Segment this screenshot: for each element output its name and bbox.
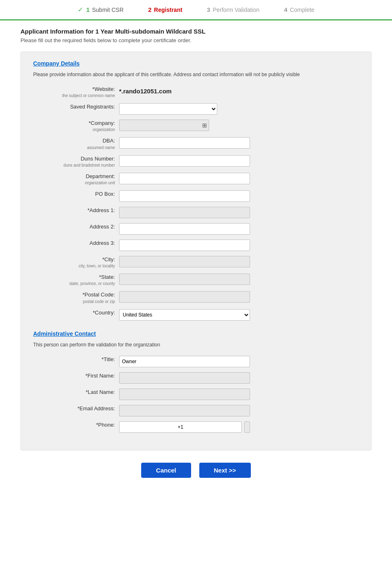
address2-label-group: Address 2: (33, 223, 119, 231)
cancel-button[interactable]: Cancel (141, 463, 191, 478)
title-control (119, 356, 250, 367)
state-input[interactable] (119, 274, 250, 285)
phone-number-input[interactable] (244, 421, 250, 433)
po-box-row: PO Box: (33, 190, 359, 202)
company-details-desc: Please provide information about the app… (33, 71, 359, 78)
department-label: Department: (33, 173, 115, 180)
admin-contact-desc: This person can perform the validation f… (33, 341, 359, 348)
address3-control (119, 240, 250, 251)
postal-label-group: *Postal Code: postal code or zip (33, 291, 119, 304)
department-control (119, 173, 250, 184)
po-box-control (119, 190, 250, 202)
address3-label: Address 3: (33, 240, 115, 247)
city-label: *City: (33, 256, 115, 263)
address2-input[interactable] (119, 223, 250, 235)
address3-row: Address 3: (33, 240, 359, 251)
company-label-group: *Company: organization (33, 120, 119, 132)
step-submit-csr[interactable]: ✓ 1 Submit CSR (78, 6, 124, 14)
step-label-submit-csr: Submit CSR (92, 7, 124, 13)
website-row: *Website: the subject or common name *.r… (33, 86, 359, 98)
state-row: *State: state, province, or county (33, 274, 359, 286)
checkmark-icon: ✓ (78, 6, 83, 14)
first-name-input[interactable] (119, 372, 250, 384)
address1-control (119, 207, 250, 218)
admin-contact-title: Administrative Contact (33, 330, 359, 337)
email-label: *Email Address: (33, 405, 115, 412)
address2-row: Address 2: (33, 223, 359, 235)
state-control (119, 274, 250, 285)
address1-row: *Address 1: (33, 207, 359, 218)
website-sublabel: the subject or common name (33, 93, 115, 98)
address1-label-group: *Address 1: (33, 207, 119, 214)
po-box-label: PO Box: (33, 190, 115, 198)
country-select[interactable]: United States Canada United Kingdom Aust… (119, 309, 250, 321)
duns-label-group: Duns Number: duns and bradstreet number (33, 155, 119, 168)
first-name-control (119, 372, 250, 384)
postal-input[interactable] (119, 291, 250, 303)
phone-control (119, 421, 250, 433)
address1-input[interactable] (119, 207, 250, 218)
last-name-input[interactable] (119, 389, 250, 400)
address2-control (119, 223, 250, 235)
dba-control (119, 137, 250, 149)
city-sublabel: city, town, or locality (33, 263, 115, 269)
website-label: *Website: (33, 86, 115, 93)
address3-input[interactable] (119, 240, 250, 251)
state-label: *State: (33, 274, 115, 281)
duns-input[interactable] (119, 155, 250, 167)
department-sublabel: organization unit (33, 180, 115, 185)
step-num-1: 1 (86, 6, 90, 13)
last-name-control (119, 389, 250, 400)
postal-control (119, 291, 250, 303)
city-label-group: *City: city, town, or locality (33, 256, 119, 269)
department-input[interactable] (119, 173, 250, 184)
title-row: *Title: (33, 356, 359, 367)
dba-input[interactable] (119, 137, 250, 149)
country-label-group: *Country: (33, 309, 119, 317)
email-row: *Email Address: (33, 405, 359, 416)
first-name-label: *First Name: (33, 372, 115, 380)
po-box-label-group: PO Box: (33, 190, 119, 198)
phone-label-group: *Phone: (33, 421, 119, 429)
country-control: United States Canada United Kingdom Aust… (119, 309, 250, 321)
dba-label: DBA: (33, 137, 115, 145)
step-num-2: 2 (148, 6, 151, 13)
city-input[interactable] (119, 256, 250, 267)
state-label-group: *State: state, province, or county (33, 274, 119, 286)
next-button[interactable]: Next >> (199, 463, 251, 478)
title-label: *Title: (33, 356, 115, 363)
last-name-row: *Last Name: (33, 389, 359, 400)
main-content: Applicant Information for 1 Year Multi-s… (0, 20, 392, 498)
last-name-label-group: *Last Name: (33, 389, 119, 396)
saved-registrants-select[interactable] (119, 103, 217, 115)
postal-sublabel: postal code or zip (33, 299, 115, 304)
stepper: ✓ 1 Submit CSR 2 Registrant 3 Perform Va… (0, 0, 392, 20)
po-box-input[interactable] (119, 190, 250, 202)
address2-label: Address 2: (33, 223, 115, 231)
phone-row: *Phone: (33, 421, 359, 433)
step-label-registrant: Registrant (154, 7, 182, 13)
step-label-complete: Complete (290, 7, 314, 13)
company-control: ⊞ (119, 120, 250, 131)
step-registrant[interactable]: 2 Registrant (148, 6, 182, 13)
department-row: Department: organization unit (33, 173, 359, 185)
first-name-label-group: *First Name: (33, 372, 119, 380)
company-input[interactable] (119, 120, 209, 131)
city-row: *City: city, town, or locality (33, 256, 359, 269)
phone-country-code-input[interactable] (119, 421, 242, 433)
country-label: *Country: (33, 309, 115, 317)
company-sublabel: organization (33, 127, 115, 132)
email-input[interactable] (119, 405, 250, 416)
title-input[interactable] (119, 356, 250, 367)
company-details-title: Company Details (33, 60, 359, 67)
company-label: *Company: (33, 120, 115, 127)
duns-label: Duns Number: (33, 155, 115, 163)
step-perform-validation: 3 Perform Validation (207, 6, 259, 13)
duns-control (119, 155, 250, 167)
step-num-3: 3 (207, 6, 210, 13)
page-subtitle: Please fill out the required fields belo… (20, 37, 372, 43)
first-name-row: *First Name: (33, 372, 359, 384)
step-num-4: 4 (284, 6, 287, 13)
step-complete: 4 Complete (284, 6, 314, 13)
duns-row: Duns Number: duns and bradstreet number (33, 155, 359, 168)
